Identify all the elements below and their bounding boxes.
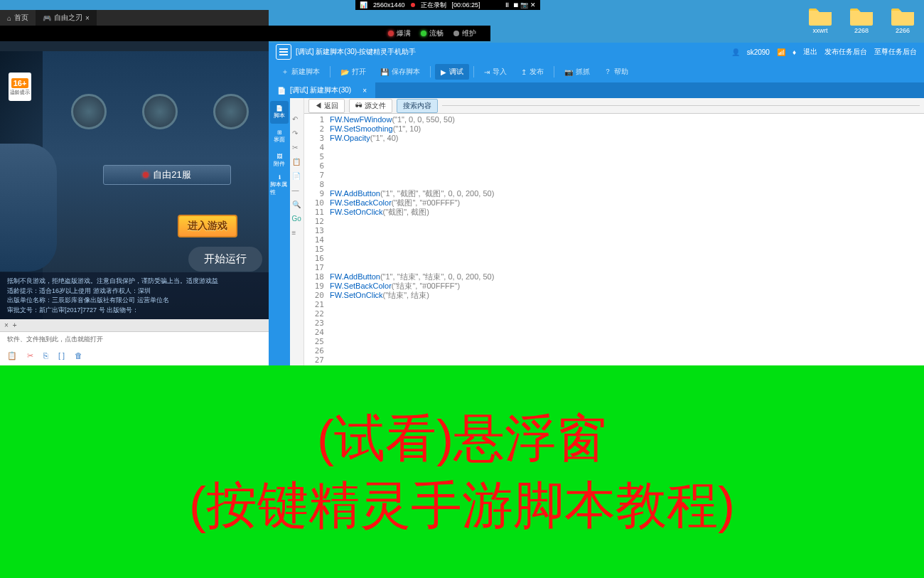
import-icon: ⇥ xyxy=(484,68,490,76)
wifi-icon: 📶 xyxy=(777,48,785,56)
user-icon: 👤 xyxy=(731,48,740,56)
open-button[interactable]: 📂打开 xyxy=(335,64,372,80)
save-icon: 💾 xyxy=(380,68,389,76)
age-rating-badge: 16+ 适龄提示 xyxy=(9,73,31,101)
backend-link-2[interactable]: 至尊任务后台 xyxy=(874,47,917,57)
desktop-icons: xxwrt 2268 2266 xyxy=(806,7,917,34)
file-icon: 📄 xyxy=(277,87,286,95)
copy-icon[interactable]: ⎘ xyxy=(43,351,48,360)
ide-file-tab[interactable]: 📄[调试] 新建脚本(30)× xyxy=(269,82,375,98)
browser-hint: 软件、文件拖到此，点击就能打开 xyxy=(0,332,269,347)
game-tab-home[interactable]: ⌂ 首页 xyxy=(0,10,36,26)
help-icon: ？ xyxy=(604,67,611,77)
line-numbers: 1234567891011121314151617181920212223242… xyxy=(304,114,327,365)
new-script-button[interactable]: ＋新建脚本 xyxy=(276,64,326,80)
tab-add-button[interactable]: + xyxy=(13,321,17,329)
trash-icon[interactable]: 🗑 xyxy=(75,351,82,360)
ide-toolbar: ＋新建脚本 📂打开 💾保存脚本 ▶调试 ⇥导入 ↥发布 📷抓抓 ？帮助 xyxy=(269,61,924,82)
ide-title: [调试] 新建脚本(30)-按键精灵手机助手 xyxy=(296,47,416,57)
server-status-bar: 爆满 流畅 维护 xyxy=(0,26,490,41)
sidebar-ui[interactable]: ⊞界面 xyxy=(270,125,289,148)
tutorial-banner: (试看)悬浮窗 (按键精灵手游脚本教程) xyxy=(0,365,924,578)
ide-tab-bar: 📄[调试] 新建脚本(30)× xyxy=(269,82,924,98)
sidebar-props[interactable]: ℹ脚本属性 xyxy=(270,173,289,196)
browser-strip: × + 软件、文件拖到此，点击就能打开 📋 ✂ ⎘ [ ] 🗑 xyxy=(0,319,269,365)
cut-icon[interactable]: ✂ xyxy=(27,351,33,360)
ide-sidebar: 📄脚本 ⊞界面 🖼附件 ℹ脚本属性 xyxy=(269,98,290,365)
publish-button[interactable]: ↥发布 xyxy=(515,64,549,80)
sidebar-script[interactable]: 📄脚本 xyxy=(270,101,289,124)
desktop-folder-2[interactable]: 2268 xyxy=(847,7,876,34)
camera-icon: 📷 xyxy=(564,68,573,76)
desktop-folder-1[interactable]: xxwrt xyxy=(806,7,834,34)
code-content[interactable]: FW.NewFWindow("1", 0, 0, 550, 50) FW.Set… xyxy=(327,114,924,365)
ide-gutter: ↶↷✂ 📋📄— 🔍Go≡ xyxy=(290,98,304,365)
close-icon[interactable]: × xyxy=(85,14,90,22)
import-button[interactable]: ⇥导入 xyxy=(478,64,512,80)
back-button[interactable]: ◀ 返回 xyxy=(308,99,345,113)
game-tab-active[interactable]: 🎮 自由之刃 × xyxy=(36,10,97,26)
logout-link[interactable]: 退出 xyxy=(803,47,817,57)
folder-icon: 📂 xyxy=(340,68,349,76)
paste-icon[interactable]: [ ] xyxy=(58,351,65,360)
enter-game-button[interactable]: 进入游戏 xyxy=(178,215,237,237)
sidebar-attach[interactable]: 🖼附件 xyxy=(270,149,289,172)
help-button[interactable]: ？帮助 xyxy=(598,64,634,80)
search-box[interactable]: 搜索内容 xyxy=(397,99,438,113)
desktop-folder-3[interactable]: 2266 xyxy=(888,7,917,34)
game-body: 16+ 适龄提示 自由21服 进入游戏 开始运行 抵制不良游戏，拒绝盗版游戏。注… xyxy=(0,51,269,319)
browser-tabs: × + xyxy=(0,319,269,332)
start-run-button[interactable]: 开始运行 xyxy=(188,247,262,272)
capture-button[interactable]: 📷抓抓 xyxy=(559,64,596,80)
game-tabs: ⌂ 首页 🎮 自由之刃 × xyxy=(0,10,269,26)
recording-bar: 📊2560x1440 正在录制 [00:06:25] ⏸ ⏹ 📷 ✕ xyxy=(355,0,540,10)
server-banner[interactable]: 自由21服 xyxy=(103,165,231,185)
ide-strip: ◀ 返回 🕶 源文件 搜索内容 xyxy=(304,98,924,114)
clipboard-icon[interactable]: 📋 xyxy=(7,351,17,360)
upload-icon: ↥ xyxy=(521,68,527,76)
banner-line-2: (按键精灵手游脚本教程) xyxy=(189,472,735,539)
diamond-icon: ♦ xyxy=(793,48,796,56)
browser-toolbar: 📋 ✂ ⎘ [ ] 🗑 xyxy=(0,347,269,365)
ide-window: [调试] 新建脚本(30)-按键精灵手机助手 👤 sk2090 📶 ♦ 退出 发… xyxy=(269,43,924,365)
close-icon[interactable]: × xyxy=(362,87,367,95)
game-footer: 抵制不良游戏，拒绝盗版游戏。注意自我保护，谨防受骗上当。适度游戏益 适龄提示：适… xyxy=(0,272,269,319)
source-button[interactable]: 🕶 源文件 xyxy=(349,99,392,113)
plus-icon: ＋ xyxy=(281,67,289,77)
username: sk2090 xyxy=(747,48,770,56)
ide-titlebar: [调试] 新建脚本(30)-按键精灵手机助手 👤 sk2090 📶 ♦ 退出 发… xyxy=(269,43,924,61)
game-window: ⌂ 首页 🎮 自由之刃 × 结束 16+ 适龄提示 自由21服 进入游戏 开始运… xyxy=(0,10,269,319)
save-button[interactable]: 💾保存脚本 xyxy=(375,64,426,80)
backend-link-1[interactable]: 发布任务后台 xyxy=(824,47,867,57)
code-editor[interactable]: 1234567891011121314151617181920212223242… xyxy=(304,114,924,365)
banner-line-1: (试看)悬浮窗 xyxy=(317,405,607,472)
play-icon: ▶ xyxy=(441,68,446,76)
menu-icon[interactable] xyxy=(276,44,291,60)
tab-close-icon[interactable]: × xyxy=(4,321,9,329)
debug-button[interactable]: ▶调试 xyxy=(435,64,469,80)
